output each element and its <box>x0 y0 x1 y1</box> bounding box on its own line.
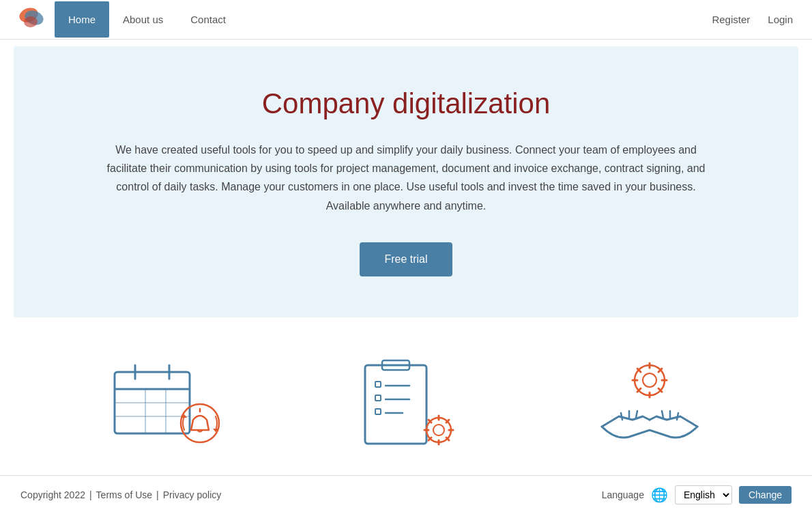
icons-section <box>0 324 812 488</box>
free-trial-button[interactable]: Free trial <box>360 242 452 276</box>
handshake-icon-item <box>547 352 752 461</box>
checklist-icon-item <box>304 352 508 461</box>
calendar-icon-item <box>60 352 265 461</box>
hero-section: Company digitalization We have created u… <box>14 46 798 317</box>
globe-icon: 🌐 <box>651 487 668 503</box>
nav-left: Home About us Contact <box>14 1 240 38</box>
svg-point-34 <box>643 373 656 387</box>
hero-title: Company digitalization <box>82 87 730 120</box>
change-language-button[interactable]: Change <box>739 486 792 504</box>
language-select[interactable]: English <box>675 485 732 504</box>
footer-left: Copyright 2022 | Terms of Use | Privacy … <box>20 489 221 500</box>
checklist-gear-icon <box>338 352 474 461</box>
footer: Copyright 2022 | Terms of Use | Privacy … <box>0 475 812 514</box>
copyright-text: Copyright 2022 <box>20 489 85 500</box>
language-label: Language <box>602 489 644 500</box>
svg-rect-15 <box>365 365 426 444</box>
nav-about[interactable]: About us <box>109 1 177 38</box>
login-link[interactable]: Login <box>762 10 798 29</box>
nav-right: Register Login <box>706 10 798 29</box>
svg-rect-18 <box>375 382 381 387</box>
handshake-gear-icon <box>581 352 718 461</box>
svg-rect-20 <box>375 395 381 401</box>
register-link[interactable]: Register <box>706 10 755 29</box>
calendar-bell-icon <box>94 352 231 461</box>
footer-right: Language 🌐 English Change <box>602 485 792 504</box>
terms-link[interactable]: Terms of Use <box>96 489 152 500</box>
nav-contact[interactable]: Contact <box>177 1 240 38</box>
privacy-link[interactable]: Privacy policy <box>163 489 222 500</box>
logo-icon <box>14 3 48 37</box>
navbar: Home About us Contact Register Login <box>0 0 812 40</box>
nav-links: Home About us Contact <box>55 1 240 38</box>
svg-rect-22 <box>375 409 381 414</box>
nav-home[interactable]: Home <box>55 1 109 38</box>
svg-point-24 <box>433 425 444 436</box>
hero-description: We have created useful tools for you to … <box>99 141 713 215</box>
